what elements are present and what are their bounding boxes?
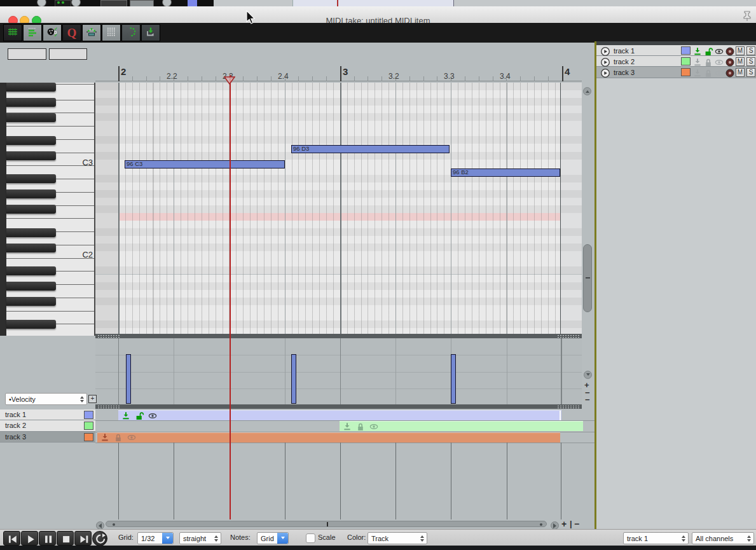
piano-keyboard[interactable] bbox=[6, 83, 95, 336]
black-key[interactable] bbox=[6, 136, 56, 145]
black-key[interactable] bbox=[6, 174, 56, 183]
track-color-swatch[interactable] bbox=[84, 433, 93, 441]
black-key[interactable] bbox=[6, 244, 56, 252]
lock-closed-icon[interactable] bbox=[703, 57, 713, 67]
toolbar-grid-view-button[interactable] bbox=[3, 24, 22, 41]
track-color-swatch[interactable] bbox=[681, 57, 691, 65]
velocity-bar[interactable] bbox=[451, 354, 456, 404]
repeat-button[interactable] bbox=[92, 531, 107, 546]
black-key[interactable] bbox=[6, 98, 56, 107]
play-button[interactable] bbox=[21, 531, 38, 546]
eye-icon[interactable] bbox=[369, 422, 379, 432]
track-row[interactable]: track 1 bbox=[0, 409, 95, 420]
cc-shrink-button[interactable]: − bbox=[585, 397, 590, 403]
hzoom-in-button[interactable]: + bbox=[561, 521, 567, 527]
lock-closed-icon[interactable] bbox=[113, 432, 123, 443]
toolbar-import-notes-button[interactable] bbox=[141, 24, 160, 41]
track-color-swatch[interactable] bbox=[681, 68, 691, 76]
grid-swing-select[interactable]: straight bbox=[179, 532, 221, 544]
mute-button[interactable]: M bbox=[736, 68, 745, 77]
eye-icon[interactable] bbox=[714, 68, 724, 78]
add-cc-lane-button[interactable]: + bbox=[88, 395, 97, 403]
eye-icon[interactable] bbox=[148, 411, 158, 421]
arrow-down-icon[interactable] bbox=[692, 46, 703, 57]
timeline-ruler[interactable]: 2342.22.32.43.23.33.4 bbox=[95, 64, 582, 81]
velocity-bar[interactable] bbox=[291, 354, 296, 404]
record-icon[interactable] bbox=[725, 57, 735, 67]
eye-icon[interactable] bbox=[714, 57, 724, 67]
position-box-1[interactable] bbox=[8, 48, 46, 60]
black-key[interactable] bbox=[6, 113, 56, 122]
track-color-swatch[interactable] bbox=[84, 422, 93, 430]
position-box-2[interactable] bbox=[49, 48, 87, 60]
black-key[interactable] bbox=[6, 266, 56, 275]
play-circle-icon[interactable] bbox=[600, 57, 610, 67]
play-circle-icon[interactable] bbox=[600, 68, 610, 78]
track-color-swatch[interactable] bbox=[84, 411, 93, 419]
toolbar-quantize-button[interactable]: Q bbox=[62, 24, 81, 41]
horizontal-scrollbar-thumb[interactable] bbox=[106, 521, 547, 527]
stop-button[interactable] bbox=[57, 531, 74, 546]
vertical-scrollbar-thumb[interactable] bbox=[583, 244, 592, 312]
go-to-end-button[interactable] bbox=[74, 531, 92, 546]
dock-track-row[interactable]: track 1MS bbox=[596, 45, 756, 56]
black-key[interactable] bbox=[6, 205, 56, 214]
track-media-item[interactable] bbox=[340, 421, 583, 431]
solo-button[interactable]: S bbox=[746, 68, 755, 77]
black-key[interactable] bbox=[6, 228, 56, 237]
divider-handle[interactable] bbox=[557, 334, 580, 338]
eye-icon[interactable] bbox=[714, 46, 724, 57]
midi-note[interactable]: 96 B2 bbox=[451, 168, 560, 177]
arrow-down-icon[interactable] bbox=[100, 432, 110, 443]
velocity-bar[interactable] bbox=[126, 354, 131, 404]
cc-lane-select[interactable]: •Velocity bbox=[5, 393, 87, 405]
lock-closed-icon[interactable] bbox=[703, 68, 713, 78]
record-icon[interactable] bbox=[725, 68, 735, 78]
black-key[interactable] bbox=[6, 151, 56, 160]
arrow-down-icon[interactable] bbox=[342, 422, 352, 432]
lock-closed-icon[interactable] bbox=[355, 422, 366, 432]
black-key[interactable] bbox=[6, 189, 56, 198]
hzoom-reset-button[interactable]: | bbox=[570, 521, 572, 527]
dock-track-row[interactable]: track 2MS bbox=[596, 56, 756, 67]
midi-note[interactable]: 96 D3 bbox=[291, 145, 450, 153]
edit-cursor-marker[interactable] bbox=[224, 76, 235, 87]
divider-handle[interactable] bbox=[97, 334, 120, 338]
midi-note[interactable]: 96 C3 bbox=[125, 160, 285, 168]
hzoom-out-button[interactable]: − bbox=[574, 521, 579, 527]
mute-button[interactable]: M bbox=[736, 57, 745, 66]
track-media-item[interactable] bbox=[97, 432, 560, 443]
track-row[interactable]: track 2 bbox=[0, 420, 95, 431]
arrow-down-icon[interactable] bbox=[692, 68, 703, 78]
black-key[interactable] bbox=[6, 320, 56, 329]
scale-checkbox[interactable] bbox=[306, 533, 315, 543]
lock-open-icon[interactable] bbox=[134, 411, 144, 421]
toolbar-grid-dots-button[interactable] bbox=[102, 24, 121, 41]
eye-icon[interactable] bbox=[127, 432, 137, 443]
dock-track-row[interactable]: track 3MS bbox=[596, 67, 756, 78]
window-titlebar[interactable]: MIDI take: untitled MIDI item bbox=[0, 6, 756, 24]
toolbar-drum-map-button[interactable]: ✓✓ bbox=[43, 24, 62, 41]
velocity-lane[interactable] bbox=[95, 338, 582, 404]
color-mode-select[interactable]: Track bbox=[368, 532, 427, 544]
note-grid[interactable] bbox=[118, 83, 561, 336]
black-key[interactable] bbox=[6, 297, 56, 306]
channel-select[interactable]: All channels bbox=[692, 532, 754, 544]
toolbar-node-edit-button[interactable] bbox=[82, 24, 101, 41]
pane-divider-top[interactable] bbox=[95, 334, 582, 338]
track-select[interactable]: track 1 bbox=[623, 532, 689, 544]
track-media-item[interactable] bbox=[118, 410, 561, 420]
solo-button[interactable]: S bbox=[746, 57, 755, 66]
go-to-start-button[interactable] bbox=[3, 531, 20, 546]
pause-button[interactable] bbox=[39, 531, 56, 546]
mute-button[interactable]: M bbox=[736, 46, 745, 55]
black-key[interactable] bbox=[6, 282, 56, 291]
grid-size-select[interactable]: 1/32 bbox=[137, 532, 174, 544]
track-color-swatch[interactable] bbox=[681, 46, 691, 55]
arrow-down-icon[interactable] bbox=[692, 57, 703, 67]
arrow-down-icon[interactable] bbox=[121, 411, 131, 421]
divider-handle[interactable] bbox=[97, 405, 120, 408]
record-icon[interactable] bbox=[725, 46, 735, 57]
lock-open-icon[interactable] bbox=[703, 46, 713, 57]
toolbar-dock-button[interactable] bbox=[121, 24, 141, 41]
